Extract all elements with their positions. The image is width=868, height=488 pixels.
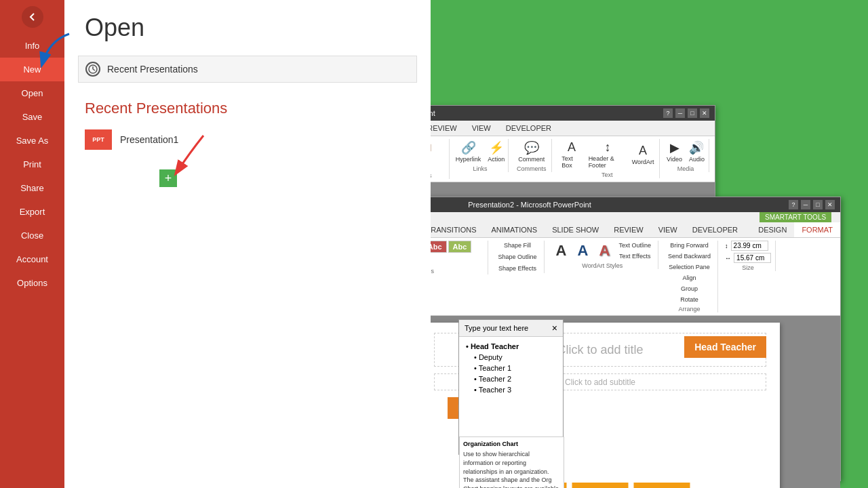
rotate-btn[interactable]: Rotate (665, 295, 713, 304)
sidebar-item-options[interactable]: Options (0, 271, 64, 295)
tab-review-2[interactable]: REVIEW (606, 222, 650, 237)
text-effects-btn[interactable]: Text Effects (616, 251, 654, 261)
smartart-text-panel: Type your text here × • Head Teacher • D… (458, 319, 564, 455)
sidebar-item-close[interactable]: Close (0, 224, 64, 247)
send-backward-btn[interactable]: Send Backward (665, 251, 713, 261)
links-group-label: Links (473, 165, 488, 172)
ribbon-group-media: ▶ Video 🔊 Audio Media (663, 139, 709, 172)
tab-view-2[interactable]: VIEW (651, 222, 685, 237)
comment-icon: 💬 (524, 140, 539, 155)
group-btn[interactable]: Group (665, 284, 713, 293)
slide2-head-teacher[interactable]: Head Teacher (684, 336, 766, 358)
smartart-panel-title: Type your text here (465, 324, 528, 332)
text-outline-btn[interactable]: Text Outline (616, 241, 654, 250)
text-effects-label: Text Effects (619, 253, 650, 260)
minimize-btn-2[interactable]: ─ (801, 200, 810, 209)
help-btn-2[interactable]: ? (789, 200, 798, 209)
comment-label: Comment (518, 156, 545, 163)
ribbon-group-text: A Text Box ↕ Header & Footer A WordArt T… (555, 139, 660, 178)
close-btn-2[interactable]: ✕ (825, 200, 835, 209)
selection-pane-label: Selection Pane (669, 264, 710, 270)
slide2-head-teacher-text: Head Teacher (694, 342, 756, 352)
shape-effects-btn[interactable]: Shape Effects (495, 264, 539, 273)
sidebar-item-export[interactable]: Export (0, 200, 64, 224)
sidebar-item-save-as[interactable]: Save As (0, 129, 64, 152)
video-btn[interactable]: ▶ Video (664, 139, 685, 164)
smartart-panel-content[interactable]: • Head Teacher • Deputy • Teacher 1 • Te… (459, 337, 563, 399)
audio-btn[interactable]: 🔊 Audio (686, 139, 707, 164)
add-button[interactable]: + (159, 169, 177, 187)
header-footer-btn[interactable]: ↕ Header & Footer (586, 139, 630, 170)
arrange-group-label: Arrange (679, 306, 701, 312)
back-button[interactable] (0, 0, 64, 34)
slide2-teacher3[interactable]: Teacher 3 (634, 483, 690, 488)
tab-slideshow-2[interactable]: SLIDE SHOW (545, 222, 606, 237)
textbox-btn[interactable]: A Text Box (559, 139, 584, 170)
maximize-btn-2[interactable]: □ (813, 200, 823, 209)
comment-btn[interactable]: 💬 Comment (515, 139, 547, 164)
tab-animations-2[interactable]: ANIMATIONS (484, 222, 545, 237)
smartart-close-btn[interactable]: × (552, 323, 557, 333)
video-label: Video (667, 156, 682, 163)
sidebar-item-label: Info (25, 41, 40, 51)
wordart-a2[interactable]: A (573, 241, 593, 261)
sidebar-item-new[interactable]: New (0, 58, 64, 81)
sidebar-item-label: New (23, 64, 41, 75)
tab-design-smartart[interactable]: DESIGN (751, 222, 794, 237)
sidebar-item-label: Print (23, 159, 41, 169)
open-title: Open (64, 0, 431, 49)
sidebar-item-info[interactable]: Info (0, 34, 64, 58)
titlebar-controls-1: ? ─ □ ✕ (663, 108, 709, 118)
audio-icon: 🔊 (689, 140, 704, 155)
sidebar-item-print[interactable]: Print (0, 152, 64, 176)
tab-developer-2[interactable]: DEVELOPER (685, 222, 745, 237)
minimize-btn[interactable]: ─ (675, 108, 685, 118)
group-label: Group (681, 285, 698, 292)
org-tooltip-desc: Use to show hierarchical information or … (463, 450, 560, 488)
recent-section: Recent Presentations (64, 49, 431, 89)
selection-pane-btn[interactable]: Selection Pane (665, 262, 713, 272)
sidebar-item-share[interactable]: Share (0, 176, 64, 200)
shape-style-5[interactable]: Abc (448, 241, 472, 253)
tab-developer-1[interactable]: DEVELOPER (498, 121, 559, 136)
smartart-item-teacher1: • Teacher 1 (463, 363, 559, 373)
sidebar-item-label: Share (20, 183, 44, 193)
wordart-a3[interactable]: A (595, 241, 615, 261)
sidebar-item-account[interactable]: Account (0, 247, 64, 271)
slide2-teacher2[interactable]: Teacher 2 (572, 483, 629, 488)
smartart-item-deputy: • Deputy (463, 352, 559, 363)
height-input[interactable] (731, 241, 768, 251)
wordart-btn[interactable]: A WordArt (631, 142, 655, 167)
sidebar-item-label: Save As (16, 136, 49, 146)
sidebar-item-label: Options (17, 278, 47, 288)
shape-outline-btn[interactable]: Shape Outline (495, 252, 539, 262)
smartart-tools-group: SMARTART TOOLS DESIGN FORMAT (751, 212, 840, 237)
close-btn[interactable]: ✕ (700, 108, 709, 118)
align-btn[interactable]: Align (665, 273, 713, 283)
tab-format-smartart[interactable]: FORMAT (794, 222, 840, 237)
sidebar-item-save[interactable]: Save (0, 105, 64, 129)
wordart-group-label: WordArt Styles (582, 262, 623, 269)
sidebar-item-label: Close (21, 230, 43, 241)
presentation-item[interactable]: PPT Presentation1 (64, 124, 431, 155)
hyperlink-btn[interactable]: 🔗 Hyperlink (453, 139, 484, 164)
comments-group-label: Comments (517, 165, 547, 172)
wordart-label: WordArt (632, 159, 654, 165)
action-btn[interactable]: ⚡ Action (485, 139, 507, 164)
sidebar-item-open[interactable]: Open (0, 81, 64, 105)
smartart-item-head: • Head Teacher (463, 341, 559, 352)
text-outline-label: Text Outline (619, 242, 652, 249)
width-input[interactable] (734, 253, 771, 263)
maximize-btn[interactable]: □ (688, 108, 697, 118)
recent-presentations-title: Recent Presentations (64, 89, 431, 124)
open-panel: Open Recent Presentations Recent Present… (64, 0, 431, 488)
shape-fill-btn[interactable]: Shape Fill (495, 241, 539, 250)
align-label: Align (683, 274, 696, 281)
recent-header[interactable]: Recent Presentations (78, 56, 417, 83)
hyperlink-icon: 🔗 (461, 140, 476, 155)
wordart-a1[interactable]: A (551, 241, 572, 261)
tab-view-1[interactable]: VIEW (465, 121, 498, 136)
help-btn[interactable]: ? (663, 108, 673, 118)
slide-canvas-2[interactable]: Click to add title Head Teacher Click to… (360, 316, 840, 488)
bring-forward-btn[interactable]: Bring Forward (665, 241, 713, 250)
